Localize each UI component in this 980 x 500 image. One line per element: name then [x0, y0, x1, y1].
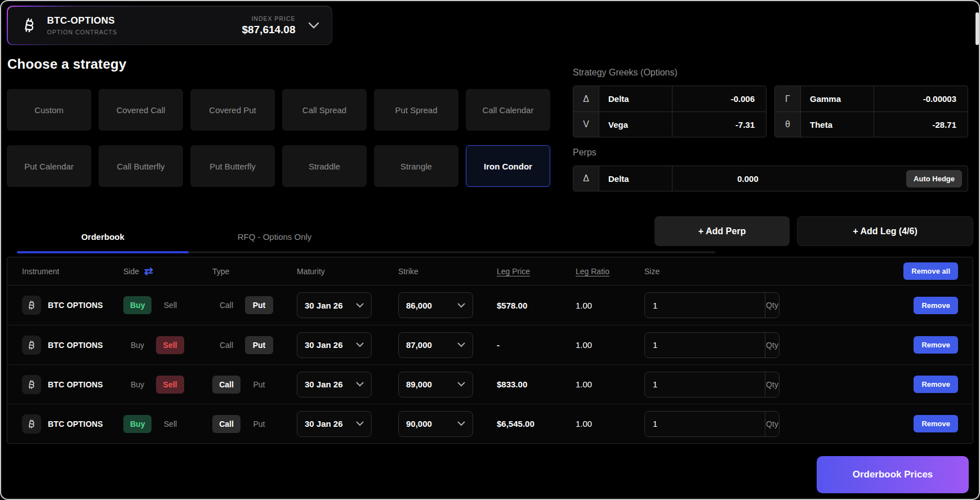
remove-leg-button[interactable]: Remove	[914, 415, 958, 432]
maturity-dropdown[interactable]: 30 Jan 26	[297, 411, 372, 437]
legs-table: Instrument Side ⇄ Type Maturity Strike L…	[7, 257, 973, 444]
instrument-selector[interactable]: BTC-OPTIONS OPTION CONTRACTS INDEX PRICE…	[8, 7, 332, 44]
perps-delta-label: Delta	[599, 166, 672, 191]
maturity-dropdown[interactable]: 30 Jan 26	[297, 332, 372, 358]
chevron-down-icon[interactable]	[308, 22, 319, 29]
greek-value: -0.006	[672, 86, 766, 111]
qty-unit-label: Qty	[765, 372, 779, 397]
size-control: Qty	[644, 372, 779, 398]
delta-icon: Δ	[573, 166, 599, 191]
index-price-label: INDEX PRICE	[242, 15, 295, 22]
strategy-option-custom[interactable]: Custom	[7, 89, 91, 131]
call-toggle[interactable]: Call	[212, 376, 240, 394]
options-strategy-builder: BTC-OPTIONS OPTION CONTRACTS INDEX PRICE…	[0, 0, 980, 500]
strategy-option-call-spread[interactable]: Call Spread	[282, 89, 367, 131]
strategy-option-call-butterfly[interactable]: Call Butterfly	[99, 145, 183, 187]
strategy-option-covered-put[interactable]: Covered Put	[190, 89, 275, 131]
greeks-box-left: Δ Delta -0.006 V Vega -7.31	[573, 86, 767, 137]
tab-underline-active	[17, 251, 189, 253]
buy-toggle[interactable]: Buy	[123, 296, 152, 314]
remove-leg-button[interactable]: Remove	[914, 376, 958, 393]
sell-toggle[interactable]: Sell	[156, 415, 184, 433]
chevron-down-icon	[457, 303, 465, 308]
instrument-selector-card: BTC-OPTIONS OPTION CONTRACTS INDEX PRICE…	[7, 6, 332, 45]
put-toggle[interactable]: Put	[245, 415, 273, 433]
remove-leg-button[interactable]: Remove	[914, 297, 958, 314]
auto-hedge-button[interactable]: Auto Hedge	[906, 170, 962, 188]
maturity-dropdown[interactable]: 30 Jan 26	[297, 372, 372, 398]
strategy-option-put-spread[interactable]: Put Spread	[374, 89, 458, 131]
leg-ratio-value: 1.00	[576, 340, 644, 350]
strategy-option-covered-call[interactable]: Covered Call	[99, 89, 183, 131]
put-toggle[interactable]: Put	[245, 336, 273, 354]
strike-dropdown[interactable]: 90,000	[398, 411, 473, 437]
sell-toggle[interactable]: Sell	[156, 296, 184, 314]
instrument-subtitle: OPTION CONTRACTS	[47, 29, 118, 35]
maturity-dropdown[interactable]: 30 Jan 26	[297, 292, 372, 318]
perps-panel-title: Perps	[573, 148, 596, 158]
leg-price-value: $6,545.00	[497, 419, 576, 428]
col-header-leg-price[interactable]: Leg Price	[497, 267, 576, 276]
greek-value: -0.00003	[874, 86, 968, 111]
greek-value: -7.31	[672, 112, 766, 137]
col-header-leg-ratio[interactable]: Leg Ratio	[576, 267, 644, 276]
col-header-size: Size	[644, 267, 805, 276]
sell-toggle[interactable]: Sell	[156, 376, 184, 394]
strategy-option-put-butterfly[interactable]: Put Butterfly	[190, 145, 275, 187]
size-control: Qty	[644, 332, 779, 358]
call-toggle[interactable]: Call	[212, 415, 240, 433]
strategy-option-iron-condor[interactable]: Iron Condor	[466, 145, 550, 187]
size-input[interactable]	[645, 372, 765, 397]
chevron-down-icon	[356, 421, 364, 426]
buy-toggle[interactable]: Buy	[123, 415, 152, 433]
greek-row-vega: V Vega -7.31	[573, 111, 766, 137]
chevron-down-icon	[356, 303, 364, 308]
scrollbar-thumb[interactable]	[975, 12, 979, 45]
size-input[interactable]	[645, 293, 765, 318]
size-input[interactable]	[645, 333, 765, 358]
strategy-option-strangle[interactable]: Strangle	[374, 145, 458, 187]
leg-row-1: BTC OPTIONS Buy Sell Call Put 30 Jan 26 …	[7, 285, 973, 325]
btc-icon	[22, 375, 41, 394]
chevron-down-icon	[457, 342, 465, 347]
swap-sides-icon[interactable]: ⇄	[144, 266, 153, 276]
theta-icon: θ	[775, 112, 801, 137]
put-toggle[interactable]: Put	[245, 296, 273, 314]
add-perp-button[interactable]: + Add Perp	[654, 216, 790, 246]
pricing-tabs: Orderbook RFQ - Options Only	[17, 224, 360, 249]
strike-dropdown[interactable]: 89,000	[398, 372, 473, 398]
perps-delta-value: 0.000	[672, 166, 906, 191]
col-header-maturity: Maturity	[297, 267, 398, 276]
put-toggle[interactable]: Put	[245, 376, 273, 394]
btc-icon	[22, 336, 41, 355]
remove-leg-button[interactable]: Remove	[914, 336, 958, 354]
chevron-down-icon	[356, 342, 364, 347]
greek-label: Vega	[599, 112, 672, 137]
add-leg-button[interactable]: + Add Leg (4/6)	[797, 216, 973, 246]
buy-toggle[interactable]: Buy	[123, 336, 152, 354]
leg-price-value: -	[497, 340, 576, 350]
legs-table-header: Instrument Side ⇄ Type Maturity Strike L…	[7, 257, 973, 285]
instrument-name: BTC OPTIONS	[48, 301, 103, 310]
call-toggle[interactable]: Call	[212, 296, 240, 314]
buy-toggle[interactable]: Buy	[123, 376, 152, 394]
size-input[interactable]	[645, 412, 765, 436]
tab-orderbook[interactable]: Orderbook	[17, 224, 189, 249]
greeks-panel-title: Strategy Greeks (Options)	[573, 68, 678, 78]
strategy-grid: Custom Covered Call Covered Put Call Spr…	[7, 89, 550, 187]
strategy-option-straddle[interactable]: Straddle	[282, 145, 367, 187]
tab-rfq-options-only[interactable]: RFQ - Options Only	[189, 224, 360, 249]
col-header-type: Type	[212, 267, 297, 276]
gamma-icon: Γ	[775, 86, 801, 111]
remove-all-button[interactable]: Remove all	[903, 262, 958, 280]
leg-ratio-value: 1.00	[576, 301, 644, 310]
strategy-option-put-calendar[interactable]: Put Calendar	[7, 145, 91, 187]
greek-row-theta: θ Theta -28.71	[775, 111, 968, 137]
strike-dropdown[interactable]: 86,000	[398, 292, 473, 318]
sell-toggle[interactable]: Sell	[156, 336, 184, 354]
call-toggle[interactable]: Call	[212, 336, 240, 354]
strategy-option-call-calendar[interactable]: Call Calendar	[466, 89, 550, 131]
strike-dropdown[interactable]: 87,000	[398, 332, 473, 358]
orderbook-prices-button[interactable]: Orderbook Prices	[817, 456, 969, 493]
greeks-panel: Δ Delta -0.006 V Vega -7.31 Γ Gamma -0.0…	[573, 86, 968, 137]
